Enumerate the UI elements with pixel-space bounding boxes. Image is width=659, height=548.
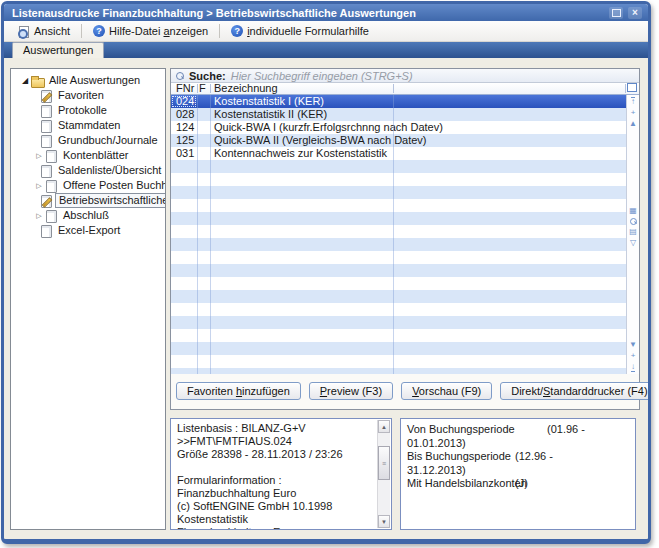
period-value: (01.96 - [547,423,585,437]
title-bar[interactable]: Listenausdrucke Finanzbuchhaltung > Betr… [4,4,648,21]
search-icon [176,72,184,80]
tree-item-label: Grundbuch/Journale [55,134,161,147]
hilfe-datei-label: Hilfe-Datei anzeigen [109,25,208,37]
restore-icon[interactable] [609,7,623,19]
column-chooser-icon[interactable] [629,85,637,92]
info-line: Finanzbuchhaltung Euro [177,487,373,500]
list-body[interactable]: 024 Kostenstatistik I (KER) 028 Kostenst… [171,95,626,374]
tree-item-alle-auswertungen[interactable]: ◢ Alle Auswertungen [11,73,165,88]
table-row[interactable]: 024 Kostenstatistik I (KER) [171,95,626,108]
cell-fnr: 024 [171,95,197,108]
buchungsperiode-panel: Von Buchungsperiode (01.96 - 01.01.2013)… [400,418,636,530]
period-value-continued: 01.01.2013) [407,437,629,451]
cell-bezeichnung: Kontennachweis zur Kostenstatistik [210,147,626,160]
column-divider [393,95,394,374]
search-bar[interactable]: Suche: Hier Suchbegriff eingeben (STRG+S… [171,69,639,83]
hilfe-datei-anzeigen-button[interactable]: ? Hilfe-Datei anzeigen [86,22,215,40]
scroll-to-bottom-icon[interactable]: ↓ [631,363,635,372]
expander-closed-icon[interactable]: ▷ [33,182,45,190]
cell-bezeichnung: Quick-BWA I (kurzfr.Erfolgsrchnng nach D… [210,121,626,134]
column-divider [625,84,626,93]
tree-item-label: Saldenliste/Übersicht [55,164,164,177]
period-row: Mit Handelsbilanzkonten (J) [407,477,629,491]
vorschau-button[interactable]: Vorschau (F9) [401,382,492,400]
scroll-down-icon[interactable]: ▼ [629,341,637,349]
tree-item-label: Excel-Export [55,224,123,237]
scrollbar-thumb[interactable]: ≡ [378,446,390,480]
tree-item-label: Offene Posten Buchhaltung [60,179,166,192]
action-button-row: Favoriten hinzufügen Preview (F3) Vorsch… [171,374,639,409]
listenbasis-info-panel: Listenbasis : BILANZ-G+V >>FMT\FMTFIAUS.… [170,418,392,530]
individuelle-formularhilfe-button[interactable]: ? individuelle Formularhilfe [224,22,376,40]
tree-item-betriebswirtschaftliche-auswertungen[interactable]: Betriebswirtschaftliche Auswertungen [11,193,165,208]
scroll-up-arrow-icon[interactable]: ▲ [378,420,390,433]
column-divider [197,84,198,93]
close-icon[interactable]: × [628,7,642,19]
content-area: ◢ Alle Auswertungen Favoriten Protokolle… [4,58,648,539]
info-line: (c) SoftENGINE GmbH 10.1998 [177,500,373,513]
tree-item-kontenblaetter[interactable]: ▷ Kontenblätter [11,148,165,163]
page-icon [40,165,55,177]
preview-button[interactable]: Preview (F3) [309,382,393,400]
period-value: (J) [515,477,528,491]
tree-item-offene-posten[interactable]: ▷ Offene Posten Buchhaltung [11,178,165,193]
cell-fnr: 028 [171,108,197,121]
list-side-toolbar: ↑ + ▲ ▦ ▤ ▽ ▼ + ↓ [626,95,639,374]
tab-strip: Auswertungen [4,42,648,58]
list-header[interactable]: FNr F Bezeichnung [171,83,639,95]
period-row: Bis Buchungsperiode (12.96 - 31.12.2013) [407,450,629,477]
view-icon [17,25,30,38]
grid-view-icon[interactable]: ▦ [629,207,637,215]
tree-item-protokolle[interactable]: Protokolle [11,103,165,118]
tree-item-abschluss[interactable]: ▷ Abschluß [11,208,165,223]
tree-item-label: Favoriten [55,89,107,102]
expander-closed-icon[interactable]: ▷ [33,212,45,220]
expander-closed-icon[interactable]: ▷ [33,152,45,160]
table-row[interactable]: 124 Quick-BWA I (kurzfr.Erfolgsrchnng na… [171,121,626,134]
info-line: Größe 28398 - 28.11.2013 / 23:26 [177,448,373,461]
favoriten-hinzufuegen-button[interactable]: Favoriten hinzufügen [176,382,301,400]
toolbar-separator [219,24,220,38]
add-icon[interactable]: + [631,352,636,360]
search-input[interactable]: Hier Suchbegriff eingeben (STRG+S) [231,70,639,82]
zoom-icon[interactable] [630,218,637,225]
tree-item-saldenliste[interactable]: Saldenliste/Übersicht [11,163,165,178]
scroll-down-arrow-icon[interactable]: ▼ [378,515,390,528]
expander-open-icon[interactable]: ◢ [19,76,31,85]
tree-item-excel-export[interactable]: Excel-Export [11,223,165,238]
folder-icon [31,75,46,87]
tab-auswertungen[interactable]: Auswertungen [12,42,104,58]
info-line: Listenbasis : BILANZ-G+V [177,422,373,435]
formularhilfe-label: individuelle Formularhilfe [247,25,369,37]
tree-item-favoriten[interactable]: Favoriten [11,88,165,103]
filter-icon[interactable]: ▽ [630,239,636,247]
cell-f [197,147,210,160]
table-row[interactable]: 028 Kostenstatistik II (KER) [171,108,626,121]
table-row[interactable]: 125 Quick-BWA II (Vergleichs-BWA nach Da… [171,134,626,147]
page-edit-icon [40,90,55,102]
period-label: Von Buchungsperiode [407,423,629,437]
cell-f [197,95,210,108]
column-divider [210,95,211,374]
tree-item-label: Protokolle [55,104,110,117]
info-scrollbar[interactable]: ▲ ≡ ▼ [377,420,390,528]
list-view-icon[interactable]: ▤ [629,228,637,236]
scroll-up-icon[interactable]: ▲ [629,120,637,128]
cell-fnr: 125 [171,134,197,147]
column-header-fnr[interactable]: FNr [176,83,194,94]
direkt-standarddrucker-button[interactable]: Direkt/Standarddrucker (F4) [500,382,651,400]
ansicht-button[interactable]: Ansicht [10,22,77,41]
info-line: Kostenstatistik [177,513,373,526]
column-header-f[interactable]: F [199,83,206,94]
scroll-to-top-icon[interactable]: ↑ [631,97,635,106]
table-row[interactable]: 031 Kontennachweis zur Kostenstatistik [171,147,626,160]
tree-item-grundbuch-journale[interactable]: Grundbuch/Journale [11,133,165,148]
period-row: Von Buchungsperiode (01.96 - 01.01.2013) [407,423,629,450]
window-title: Listenausdrucke Finanzbuchhaltung > Betr… [12,7,604,19]
tree-item-stammdaten[interactable]: Stammdaten [11,118,165,133]
column-divider [210,84,211,93]
period-value-continued: 31.12.2013) [407,464,629,478]
column-header-bezeichnung[interactable]: Bezeichnung [214,83,278,94]
page-icon [40,105,55,117]
add-icon[interactable]: + [631,109,636,117]
